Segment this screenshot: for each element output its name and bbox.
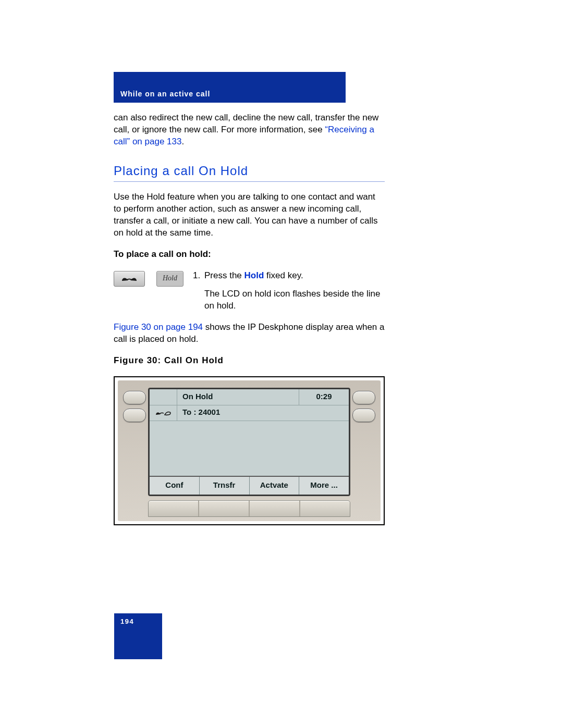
lcd-col-empty	[299, 405, 349, 421]
step-followup: The LCD on hold icon flashes beside the …	[193, 288, 385, 312]
figure-frame: On Hold 0:29 To : 24001	[114, 376, 385, 525]
hold-key-icon	[114, 271, 145, 287]
phone-side-button	[352, 409, 375, 422]
lcd-area: On Hold 0:29 To : 24001	[150, 389, 349, 476]
phone-softkey-button	[250, 501, 300, 516]
softkey-activate: Actvate	[250, 477, 300, 495]
footer-band: 194	[114, 613, 162, 659]
lcd-status-text: On Hold	[177, 389, 299, 405]
figure-caption: Figure 30: Call On Hold	[114, 355, 385, 367]
step-text-before: Press the	[204, 270, 244, 280]
phone-side-button	[352, 391, 375, 404]
phone-left-buttons	[123, 391, 147, 422]
softkey-transfer: Trnsfr	[200, 477, 250, 495]
step-number: 1.	[193, 270, 204, 282]
section-heading: Placing a call On Hold	[114, 163, 385, 179]
softkey-conf: Conf	[150, 477, 200, 495]
phone-softkey-button	[149, 501, 199, 516]
step-text-after: fixed key.	[264, 270, 303, 280]
phone-body: On Hold 0:29 To : 24001	[118, 380, 381, 521]
page-number: 194	[120, 617, 134, 626]
page-content: can also redirect the new call, decline …	[114, 112, 385, 525]
phone-softkey-button	[300, 501, 350, 516]
softkey-row: Conf Trnsfr Actvate More ...	[150, 476, 349, 495]
intro-text-after-link: .	[181, 137, 184, 146]
document-page: While on an active call can also redirec…	[0, 0, 563, 728]
phone-screen: On Hold 0:29 To : 24001	[148, 388, 350, 496]
hold-label-key-icon: Hold	[156, 271, 183, 287]
phone-softkey-button	[199, 501, 250, 516]
lcd-col-empty	[150, 389, 177, 405]
lcd-row-destination: To : 24001	[150, 405, 349, 421]
lcd-timer: 0:29	[299, 389, 349, 405]
softkey-more: More ...	[299, 477, 349, 495]
running-head: While on an active call	[120, 89, 210, 99]
lcd-destination-text: To : 24001	[177, 405, 299, 421]
lcd-row-status: On Hold 0:29	[150, 389, 349, 405]
key-icons-group: Hold	[114, 270, 183, 287]
phone-softkey-button-strip	[148, 500, 350, 517]
phone-right-buttons	[351, 391, 375, 422]
phone-side-button	[123, 409, 146, 422]
header-band: While on an active call	[114, 72, 346, 103]
section-body: Use the Hold feature when you are talkin…	[114, 191, 385, 239]
phone-side-button	[123, 391, 146, 404]
step-key-name: Hold	[244, 270, 264, 280]
step-text: 1.Press the Hold fixed key. The LCD on h…	[193, 270, 385, 312]
on-hold-icon	[150, 405, 177, 421]
section-rule	[114, 181, 385, 182]
figure-reference-link[interactable]: Figure 30 on page 194	[114, 322, 203, 332]
intro-paragraph: can also redirect the new call, decline …	[114, 112, 385, 148]
figure-reference-paragraph: Figure 30 on page 194 shows the IP Deskp…	[114, 322, 385, 346]
procedure-subhead: To place a call on hold:	[114, 249, 385, 261]
step-row: Hold 1.Press the Hold fixed key. The LCD…	[114, 270, 385, 312]
